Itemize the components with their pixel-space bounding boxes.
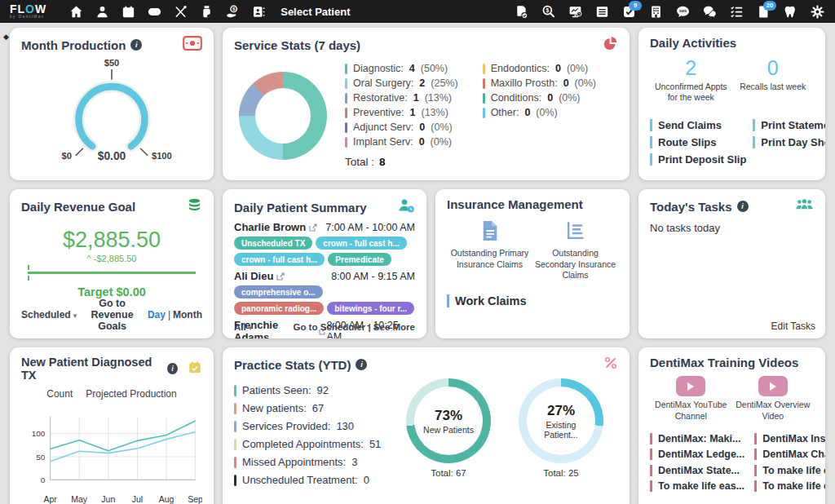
info-icon[interactable]: i bbox=[356, 359, 367, 370]
top-navbar: FLOW by DentiMax $ Select Patient $ 9 SM… bbox=[0, 0, 835, 23]
youtube-channel-button[interactable]: DentiMax YouTube Channel bbox=[650, 376, 732, 422]
legend-item: Conditions:0(0%) bbox=[483, 92, 596, 104]
svg-text:100: 100 bbox=[32, 429, 46, 438]
legend-color-bar bbox=[483, 93, 485, 104]
training-video-link[interactable]: To make life eas... bbox=[650, 480, 744, 492]
training-video-link[interactable]: DentiMax: Maki... bbox=[650, 433, 744, 444]
monitor-report-icon[interactable] bbox=[568, 4, 583, 20]
contact-card-icon[interactable] bbox=[251, 4, 267, 20]
legend-count: Count bbox=[46, 388, 73, 400]
work-claims-link[interactable]: Work Claims bbox=[447, 294, 618, 307]
legend-color-bar bbox=[345, 93, 347, 104]
patient-tags: comprehensive o... panoramic radiog... b… bbox=[234, 285, 415, 315]
svg-text:Sep: Sep bbox=[188, 495, 202, 504]
legend-color-bar bbox=[345, 122, 347, 133]
checklist-icon[interactable] bbox=[729, 4, 744, 20]
training-video-link[interactable]: To make life eas... bbox=[754, 465, 825, 476]
patient-name-link[interactable]: Charlie Brown bbox=[234, 221, 317, 233]
card-title: Insurance Management bbox=[447, 197, 583, 211]
caret-up-icon: ^ bbox=[87, 254, 91, 263]
legend-color-bar bbox=[345, 78, 347, 89]
toggle-separator: | bbox=[168, 309, 170, 321]
day-toggle[interactable]: Day bbox=[148, 309, 166, 321]
legend-item: Endodontics:0(0%) bbox=[483, 63, 596, 74]
logo-title: FLOW bbox=[10, 3, 46, 15]
card-title: Daily Revenue Goal bbox=[21, 200, 135, 214]
legend-item: Implant Serv:0(0%) bbox=[345, 136, 458, 148]
scheduled-dropdown[interactable]: Scheduled▾ bbox=[21, 309, 77, 321]
overview-video-button[interactable]: DentiMax Overview Video bbox=[732, 376, 815, 422]
edit-tasks-link[interactable]: Edit Tasks bbox=[771, 321, 815, 332]
messages-icon[interactable] bbox=[702, 4, 718, 20]
percent-icon bbox=[603, 356, 618, 374]
dentures-icon[interactable] bbox=[147, 4, 162, 20]
documents-badge: 20 bbox=[763, 1, 776, 11]
outstanding-primary-claims[interactable]: Outstanding Primary Insurance Claims bbox=[447, 219, 532, 281]
send-claims-link[interactable]: Send Claims bbox=[650, 119, 746, 131]
svg-text:Jul: Jul bbox=[132, 495, 143, 504]
svg-text:Aug: Aug bbox=[159, 495, 175, 504]
legend-color-bar bbox=[345, 137, 347, 148]
daily-revenue-goal-card: Daily Revenue Goal $2,885.50 ^ -$2,885.5… bbox=[10, 189, 214, 338]
stat-color-bar bbox=[234, 403, 236, 414]
info-icon[interactable]: i bbox=[167, 363, 178, 374]
money-icon bbox=[183, 36, 202, 54]
service-donut-chart bbox=[239, 72, 327, 160]
documents-icon[interactable]: 20 bbox=[756, 4, 771, 20]
route-slips-link[interactable]: Route Slips bbox=[650, 136, 746, 148]
stat-color-bar bbox=[234, 439, 236, 450]
stat-color-bar bbox=[234, 457, 236, 468]
collapse-panel-icon[interactable]: ◆ bbox=[3, 33, 9, 41]
training-video-link[interactable]: DentiMax Charti... bbox=[754, 449, 825, 460]
list-icon[interactable] bbox=[594, 4, 610, 20]
no-tasks-text: No tasks today bbox=[650, 222, 814, 234]
new-patient-line-chart: 050100AprMayJunJulAugSep bbox=[21, 403, 202, 504]
print-deposit-slip-link[interactable]: Print Deposit Slip bbox=[650, 153, 746, 166]
pie-chart-icon bbox=[603, 36, 618, 55]
legend-item: Diagnostic:4(50%) bbox=[345, 63, 458, 74]
goto-revenue-goals-link[interactable]: Go to Revenue Goals bbox=[77, 298, 148, 332]
print-day-sheet-link[interactable]: Print Day Sheet bbox=[753, 136, 825, 148]
training-video-link[interactable]: DentiMax Ledge... bbox=[650, 449, 744, 460]
info-icon[interactable]: i bbox=[130, 39, 142, 51]
training-video-link[interactable]: DentiMax Insura... bbox=[754, 433, 825, 444]
procedure-tag: comprehensive o... bbox=[234, 285, 323, 298]
legend-color-bar bbox=[483, 64, 485, 74]
tooth-icon[interactable] bbox=[783, 4, 798, 20]
goto-scheduler-link[interactable]: Go to Scheduler | See More bbox=[293, 322, 415, 332]
svg-text:Jun: Jun bbox=[101, 495, 115, 504]
sms-icon[interactable]: SMS bbox=[675, 4, 691, 20]
claims-check-icon[interactable] bbox=[514, 4, 529, 20]
card-title: New Patient Diagnosed TX bbox=[21, 356, 162, 382]
training-video-link[interactable]: DentiMax State... bbox=[650, 465, 744, 476]
gauge-value: $0.00 bbox=[98, 149, 126, 162]
all-filter-dropdown[interactable]: All▾ bbox=[234, 322, 252, 332]
search-dollar-icon[interactable]: $ bbox=[541, 4, 556, 20]
print-statements-link[interactable]: Print Statements bbox=[753, 119, 825, 131]
select-patient-label[interactable]: Select Patient bbox=[281, 6, 350, 18]
revenue-amount: $2,885.50 bbox=[21, 228, 202, 253]
external-link-icon bbox=[309, 223, 317, 232]
legend-item: Restorative:1(13%) bbox=[345, 92, 458, 104]
legend-color-bar bbox=[345, 108, 347, 118]
month-toggle[interactable]: Month bbox=[173, 309, 202, 321]
settings-gear-icon[interactable] bbox=[810, 4, 825, 20]
patient-icon[interactable] bbox=[95, 4, 110, 20]
new-patient-diagnosed-tx-card: New Patient Diagnosed TX i Count Project… bbox=[10, 347, 214, 504]
home-icon[interactable] bbox=[68, 4, 84, 20]
dental-tools-icon[interactable] bbox=[173, 4, 188, 20]
tasks-check-icon[interactable]: 9 bbox=[621, 4, 637, 20]
prescription-icon[interactable] bbox=[199, 4, 214, 20]
calendar-icon[interactable] bbox=[121, 4, 136, 20]
stat-item: New patients:67 bbox=[234, 402, 406, 414]
outstanding-secondary-claims[interactable]: Outstanding Secondary Insurance Claims bbox=[532, 219, 618, 281]
info-icon[interactable]: i bbox=[737, 201, 749, 212]
training-video-link[interactable]: To make life eas... bbox=[754, 480, 825, 492]
flow-logo[interactable]: FLOW by DentiMax bbox=[10, 3, 46, 20]
procedure-tag: Premedicate bbox=[328, 253, 391, 266]
svg-text:SMS: SMS bbox=[679, 9, 687, 13]
dentimax-training-videos-card: DentiMax Training Videos DentiMax YouTub… bbox=[638, 347, 825, 504]
payment-icon[interactable]: $ bbox=[225, 4, 241, 20]
office-icon[interactable] bbox=[648, 4, 664, 20]
patient-name-link[interactable]: Ali Dieu bbox=[234, 270, 285, 282]
